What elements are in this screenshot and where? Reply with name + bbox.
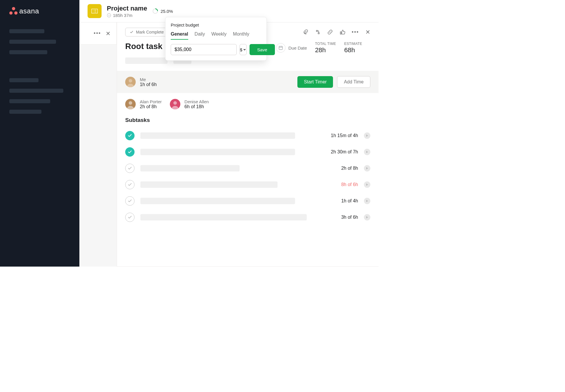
subtask-title-placeholder	[140, 132, 295, 139]
subtask-row[interactable]: 8h of 6h	[117, 176, 379, 193]
budget-popover: Project budget GeneralDailyWeeklyMonthly…	[165, 17, 267, 61]
asana-logo-icon	[9, 7, 18, 15]
total-time-block: TOTAL TIME 28h	[315, 42, 336, 54]
subtask-check-icon[interactable]	[125, 196, 135, 206]
clock-icon	[107, 13, 111, 18]
budget-tab-general[interactable]: General	[171, 32, 188, 40]
project-icon	[88, 4, 102, 18]
due-date-field[interactable]: Due Date	[276, 43, 307, 52]
person-time: 6h of 18h	[184, 104, 209, 109]
subtask-time: 8h of 6h	[341, 182, 358, 187]
link-icon[interactable]	[327, 29, 333, 35]
check-icon	[130, 30, 134, 34]
estimate-block: ESTIMATE 68h	[344, 42, 370, 54]
project-name[interactable]: Project name	[107, 5, 147, 12]
subtask-row[interactable]: 1h 15m of 4h	[117, 127, 379, 144]
me-row: Me 1h of 6h Start Timer Add Time	[117, 71, 379, 93]
subtask-title-placeholder	[140, 214, 307, 220]
budget-tab-weekly[interactable]: Weekly	[211, 32, 226, 40]
subtask-time: 3h of 6h	[341, 215, 358, 220]
panel-gutter: ••• ✕	[79, 22, 117, 45]
sidebar-item[interactable]	[9, 29, 44, 33]
subtask-check-icon[interactable]	[125, 213, 135, 222]
sidebar-item[interactable]	[9, 78, 39, 82]
subtasks-heading: Subtasks	[117, 115, 379, 127]
play-icon[interactable]	[364, 198, 370, 204]
popover-title: Project budget	[171, 22, 261, 27]
logo[interactable]: asana	[0, 7, 79, 15]
subtask-time: 1h of 4h	[341, 198, 358, 204]
person-name: Me	[140, 77, 157, 82]
subtask-title-placeholder	[140, 181, 278, 188]
subtask-icon[interactable]	[315, 29, 321, 35]
subtask-time: 2h 30m of 7h	[331, 149, 358, 155]
subtask-title-placeholder	[140, 149, 295, 155]
progress-circle-icon	[152, 8, 158, 14]
mark-complete-button[interactable]: Mark Complete	[125, 28, 168, 36]
subtask-time: 1h 15m of 4h	[331, 133, 358, 138]
sidebar-item[interactable]	[9, 50, 47, 54]
person-time: 1h of 6h	[140, 82, 157, 87]
budget-tab-daily[interactable]: Daily	[195, 32, 205, 40]
svg-point-13	[129, 79, 132, 83]
progress-percent: 25.0%	[161, 9, 173, 14]
svg-point-6	[109, 15, 109, 15]
svg-point-15	[173, 101, 177, 105]
person-name: Alan Porter	[140, 99, 162, 104]
subtask-row[interactable]: 2h of 8h	[117, 160, 379, 176]
subtask-check-icon[interactable]	[125, 131, 135, 140]
sidebar-item[interactable]	[9, 110, 41, 114]
sidebar-item[interactable]	[9, 40, 56, 44]
person-name: Denise Allen	[184, 99, 209, 104]
logo-text: asana	[19, 7, 39, 15]
start-timer-button[interactable]: Start Timer	[297, 76, 333, 88]
play-icon[interactable]	[364, 181, 370, 188]
assignee: Denise Allen 6h of 18h	[170, 99, 209, 109]
svg-point-1	[93, 10, 93, 10]
subtask-time: 2h of 8h	[341, 166, 358, 171]
svg-point-14	[129, 101, 132, 105]
assignee: Alan Porter 2h of 8h	[125, 99, 162, 109]
subtask-row[interactable]: 2h 30m of 7h	[117, 144, 379, 160]
person-time: 2h of 8h	[140, 104, 162, 109]
sidebar-item[interactable]	[9, 99, 50, 103]
budget-tab-monthly[interactable]: Monthly	[233, 32, 249, 40]
avatar	[170, 99, 180, 109]
avatar	[125, 77, 136, 87]
sidebar-item[interactable]	[9, 89, 63, 93]
subtask-check-icon[interactable]	[125, 147, 135, 157]
chevron-down-icon	[243, 48, 246, 51]
svg-point-2	[93, 12, 93, 12]
subtask-title-placeholder	[140, 198, 295, 204]
play-icon[interactable]	[364, 165, 370, 172]
subtask-row[interactable]: 3h of 6h	[117, 209, 379, 225]
subtask-check-icon[interactable]	[125, 180, 135, 189]
sidebar: asana	[0, 0, 79, 267]
budget-amount-input[interactable]	[171, 44, 237, 55]
subtask-title-placeholder	[140, 165, 240, 172]
placeholder	[125, 57, 168, 64]
calendar-icon	[276, 43, 285, 52]
project-total-time: 185h 37m	[113, 13, 132, 18]
close-panel-icon[interactable]: ✕	[365, 29, 370, 36]
avatar	[125, 99, 136, 109]
save-button[interactable]: Save	[250, 44, 275, 55]
currency-select[interactable]: $	[240, 44, 247, 55]
add-time-button[interactable]: Add Time	[337, 76, 370, 88]
play-icon[interactable]	[364, 132, 370, 139]
like-icon[interactable]	[339, 29, 345, 35]
more-icon[interactable]: •••	[94, 30, 101, 36]
subtask-check-icon[interactable]	[125, 164, 135, 173]
close-icon[interactable]: ✕	[106, 30, 111, 37]
play-icon[interactable]	[364, 214, 370, 220]
attachment-icon[interactable]	[303, 29, 308, 35]
more-actions-icon[interactable]: •••	[352, 29, 359, 35]
svg-rect-9	[279, 46, 282, 50]
play-icon[interactable]	[364, 149, 370, 155]
svg-rect-0	[92, 9, 98, 13]
subtask-row[interactable]: 1h of 4h	[117, 193, 379, 209]
